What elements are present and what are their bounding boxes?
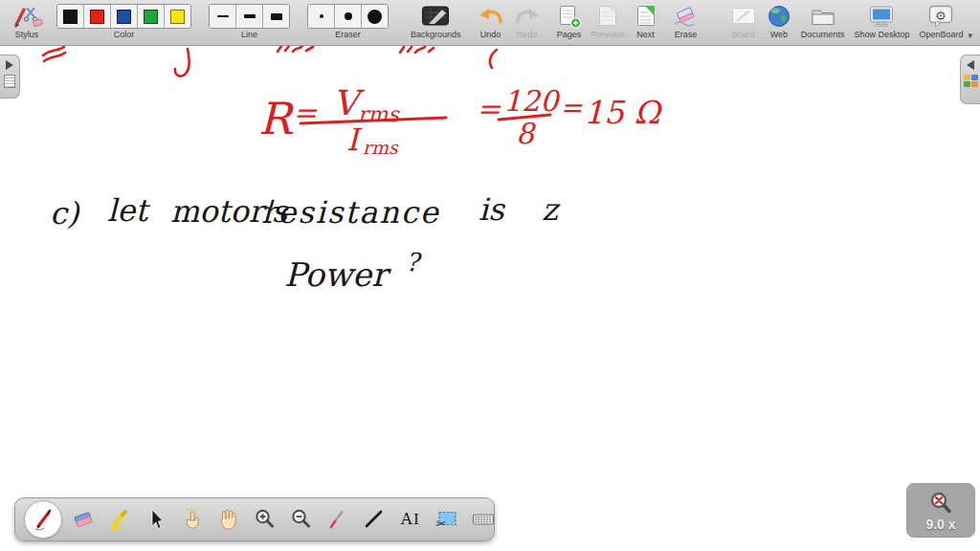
hw-marker-c: c) [50,195,80,231]
hw-let: let [107,192,150,229]
backgrounds-button[interactable]: Backgrounds [411,3,461,39]
monitor-icon [868,3,895,29]
color-label: Color [114,30,135,39]
previous-button[interactable]: Previous [591,3,625,39]
cursor-arrow-icon [144,507,168,532]
gear-bubble-icon: ⚙ [927,3,954,29]
web-label: Web [770,30,788,39]
eq-irms: I [346,121,363,158]
pen-tool-button[interactable] [24,500,62,539]
capture-tool-button[interactable]: ✂ [431,503,462,536]
hw-is: is [479,191,505,228]
color-red-button[interactable] [84,5,111,28]
left-panel-tab[interactable] [0,55,20,99]
text-cursor-glyph: I [413,511,419,528]
zoom-in-icon [253,507,278,532]
whiteboard-canvas[interactable]: R = V rms I rms = 120 8 = 15 Ω c) let mo… [0,0,980,551]
zoom-out-tool-button[interactable] [285,503,317,536]
eraser-large-button[interactable] [362,5,388,28]
erase-button[interactable]: Erase [672,3,701,39]
text-tool-button[interactable]: A I [394,503,426,536]
open-hand-icon [216,507,241,532]
line-icon [362,507,387,532]
pan-hand-tool-button[interactable] [212,503,244,536]
pages-label: Pages [557,30,582,39]
color-green-button[interactable] [138,5,165,28]
eq-8: 8 [516,117,537,150]
tool-palette: A I ✂ [14,497,495,541]
undo-button[interactable]: Undo [478,3,504,39]
color-black-button[interactable] [57,5,84,28]
line-thin-button[interactable] [210,5,236,28]
web-button[interactable]: Web [767,3,791,39]
next-button[interactable]: Next [635,3,657,39]
pages-icon [557,3,582,29]
page-navigator-icon [4,75,15,88]
board-mode-button[interactable]: Board [730,3,757,39]
interact-tool-button[interactable] [176,503,208,536]
handwriting-black-line: c) let motor's resistance is z Power ? [50,191,561,294]
openboard-label: OpenBoard [919,30,963,39]
documents-label: Documents [801,30,845,39]
library-icon [964,75,978,87]
eraser-tool-button[interactable] [67,503,99,536]
magnifier-close-icon[interactable] [926,491,955,518]
highlighter-tool-button[interactable] [103,503,135,536]
globe-icon [767,3,791,29]
gear-icon: ⚙ [935,8,947,22]
eraser-group: Eraser [307,3,389,39]
red-swatch-icon [90,10,104,24]
laser-pointer-icon [325,507,350,532]
erase-label: Erase [675,30,698,39]
backgrounds-label: Backgrounds [411,30,461,39]
documents-button[interactable]: Documents [801,3,845,39]
small-dot-icon [320,14,323,18]
line-medium-button[interactable] [236,5,263,28]
capture-icon: ✂ [434,507,459,532]
zoom-factor-label: 9.0 x [925,518,955,531]
expand-right-icon [6,60,13,70]
openboard-app: R = V rms I rms = 120 8 = 15 Ω c) let mo… [0,0,980,551]
magnifier-widget[interactable]: 9.0 x [906,483,975,538]
redo-label: Redo [517,30,538,39]
eq-equals-3: = [560,92,583,123]
color-yellow-button[interactable] [165,5,190,28]
color-blue-button[interactable] [111,5,138,28]
redo-button[interactable]: Redo [514,3,541,39]
keyboard-tool-button[interactable] [467,503,499,536]
show-desktop-label: Show Desktop [854,30,909,39]
pen-icon [31,507,56,532]
thick-line-icon [271,13,282,20]
show-desktop-button[interactable]: Show Desktop [854,3,909,39]
line-thick-button[interactable] [263,5,289,28]
eraser-small-button[interactable] [308,5,335,28]
undo-icon [478,3,504,29]
right-panel-tab[interactable] [960,55,980,104]
stylus-button[interactable]: Stylus [11,3,43,39]
eraser-icon [71,507,96,532]
selector-tool-button[interactable] [140,503,171,536]
expand-left-icon [967,60,974,70]
stylus-icon [11,3,43,29]
eq-120: 120 [503,84,561,118]
laser-pointer-tool-button[interactable] [322,503,353,536]
eraser-medium-button[interactable] [335,5,362,28]
black-swatch-icon [63,10,78,24]
pages-button[interactable]: Pages [557,3,582,39]
yellow-swatch-icon [170,10,185,24]
openboard-menu-button[interactable]: ⚙ OpenBoard [919,3,963,39]
medium-line-icon [244,14,256,18]
erase-board-icon [672,3,701,29]
line-group: Line [209,3,290,39]
hw-resistance: resistance [261,194,440,231]
color-group: Color [56,3,191,39]
zoom-in-tool-button[interactable] [249,503,280,536]
text-tool-icon: A I [398,507,423,532]
chevron-down-icon[interactable]: ▾ [968,31,972,40]
pointing-hand-icon [180,507,205,532]
line-tool-button[interactable] [358,503,390,536]
stylus-label: Stylus [15,30,39,39]
eq-lhs: R [258,93,294,144]
next-label: Next [636,30,655,39]
folder-icon [810,3,836,29]
